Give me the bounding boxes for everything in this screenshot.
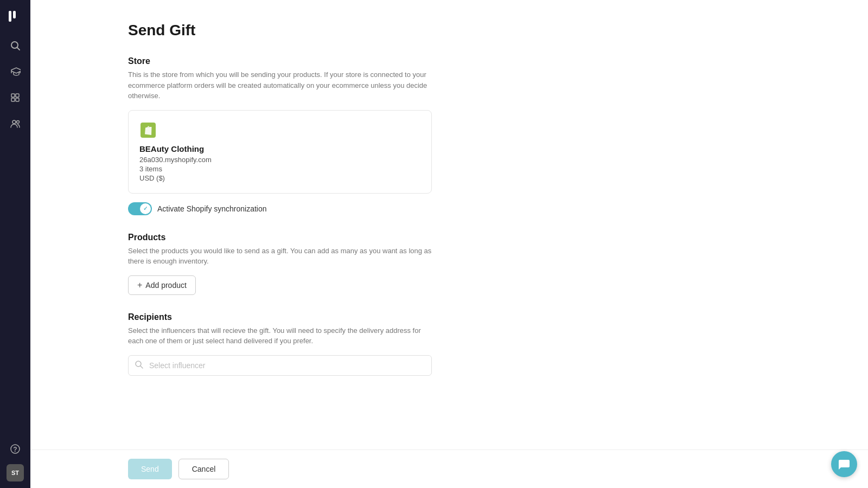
svg-rect-7 (16, 98, 19, 101)
help-icon[interactable]: ? (4, 438, 26, 460)
sidebar-logo[interactable] (5, 7, 25, 26)
sidebar-item-products[interactable] (4, 87, 26, 108)
add-product-label: Add product (145, 281, 187, 290)
svg-text:?: ? (13, 446, 17, 453)
products-section-description: Select the products you would like to se… (128, 246, 432, 267)
recipients-section-title: Recipients (128, 312, 486, 322)
store-card: BEAuty Clothing 26a030.myshopify.com 3 i… (128, 110, 432, 194)
cancel-button[interactable]: Cancel (178, 459, 229, 479)
store-url: 26a030.myshopify.com (139, 156, 420, 164)
svg-rect-0 (9, 11, 11, 22)
svg-line-3 (17, 48, 20, 50)
chat-button[interactable] (831, 451, 857, 477)
user-avatar[interactable]: ST (7, 464, 24, 481)
svg-point-9 (17, 121, 20, 124)
svg-rect-1 (13, 11, 16, 18)
influencer-search-input[interactable] (128, 355, 432, 376)
recipients-section-description: Select the influencers that will recieve… (128, 325, 432, 346)
influencer-search-wrapper (128, 355, 432, 376)
sidebar: ? ST (0, 0, 30, 488)
svg-point-8 (12, 120, 16, 124)
store-shopify-logo (139, 121, 157, 139)
form-footer: Send Cancel (30, 450, 868, 488)
store-currency: USD ($) (139, 174, 420, 182)
shopify-sync-toggle[interactable]: ✓ (128, 202, 152, 215)
toggle-label: Activate Shopify synchronization (157, 204, 267, 213)
toggle-knob: ✓ (140, 203, 151, 214)
sidebar-item-campaigns[interactable] (4, 61, 26, 82)
store-items: 3 items (139, 165, 420, 173)
products-section-title: Products (128, 233, 486, 242)
plus-icon: + (137, 280, 142, 290)
svg-rect-5 (16, 94, 19, 97)
store-name: BEAuty Clothing (139, 144, 420, 153)
store-section-title: Store (128, 56, 486, 66)
add-product-button[interactable]: + Add product (128, 275, 196, 295)
sidebar-item-search[interactable] (4, 35, 26, 56)
send-button[interactable]: Send (128, 459, 172, 479)
shopify-icon (141, 123, 156, 138)
toggle-check-icon: ✓ (143, 206, 148, 211)
store-section: Store This is the store from which you w… (128, 56, 486, 215)
svg-rect-6 (11, 98, 15, 101)
svg-rect-4 (11, 94, 15, 97)
page-title: Send Gift (128, 22, 486, 39)
products-section: Products Select the products you would l… (128, 233, 486, 295)
shopify-sync-toggle-row: ✓ Activate Shopify synchronization (128, 202, 486, 215)
recipients-section: Recipients Select the influencers that w… (128, 312, 486, 376)
store-section-description: This is the store from which you will be… (128, 69, 432, 101)
sidebar-item-users[interactable] (4, 113, 26, 134)
main-content: Send Gift Store This is the store from w… (30, 0, 868, 488)
